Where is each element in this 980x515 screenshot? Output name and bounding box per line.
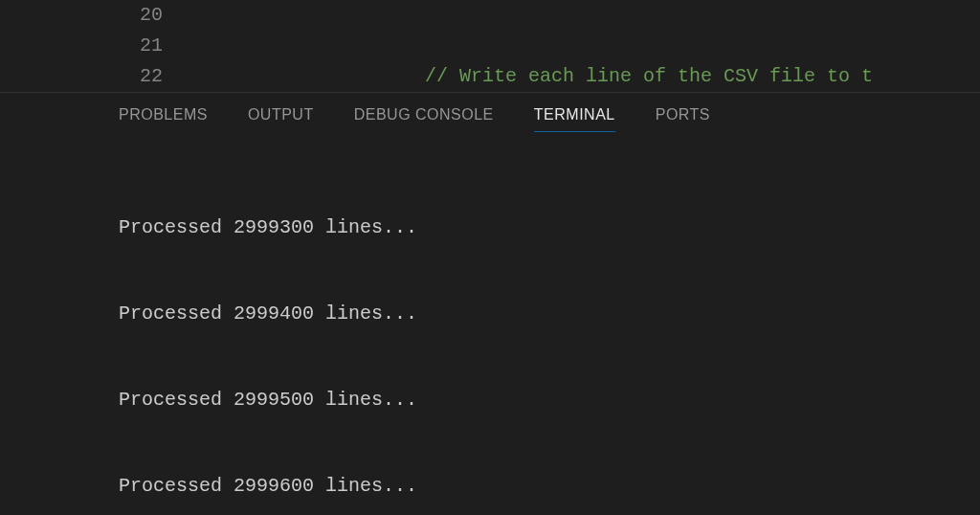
bottom-panel: PROBLEMS OUTPUT DEBUG CONSOLE TERMINAL P… (0, 92, 980, 515)
terminal-line: Processed 2999400 lines... (119, 300, 980, 328)
code-line: // Write each line of the CSV file to t (425, 61, 873, 92)
terminal-line: Processed 2999600 lines... (119, 472, 980, 501)
terminal-line: Processed 2999300 lines... (119, 213, 980, 242)
tab-debug-console[interactable]: DEBUG CONSOLE (354, 106, 494, 131)
tab-output[interactable]: OUTPUT (248, 106, 314, 131)
code-editor[interactable]: 20 21 22 // Write each line of the CSV f… (0, 0, 980, 92)
terminal-line: Processed 2999500 lines... (119, 386, 980, 414)
tab-ports[interactable]: PORTS (656, 106, 710, 131)
code-content[interactable]: // Write each line of the CSV file to t … (425, 0, 873, 92)
line-number: 21 (0, 31, 163, 61)
line-number: 22 (0, 61, 163, 92)
tab-problems[interactable]: PROBLEMS (119, 106, 208, 131)
terminal-output[interactable]: Processed 2999300 lines... Processed 299… (0, 141, 980, 515)
line-number-gutter: 20 21 22 (0, 0, 191, 92)
line-number: 20 (0, 0, 163, 31)
panel-tabs: PROBLEMS OUTPUT DEBUG CONSOLE TERMINAL P… (0, 106, 980, 141)
tab-terminal[interactable]: TERMINAL (534, 106, 615, 132)
